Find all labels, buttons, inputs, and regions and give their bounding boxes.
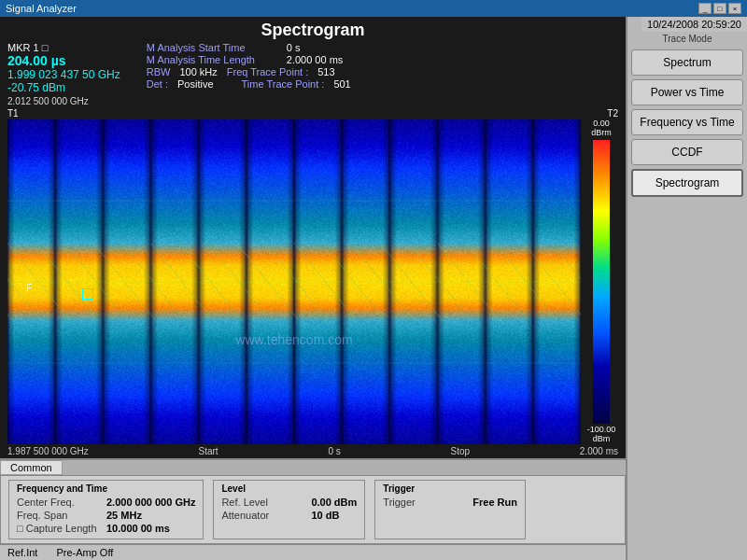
status-ref-int: Ref.Int: [7, 547, 37, 558]
start-time-value: 0 s: [287, 42, 301, 53]
marker-level: -20.75 dBm: [7, 81, 120, 94]
datetime: 10/24/2008 20:59:20: [641, 17, 747, 32]
window-controls[interactable]: _ □ ×: [698, 3, 741, 14]
center-freq-value: 2.000 000 000 GHz: [106, 497, 195, 508]
status-bar: Ref.Int Pre-Amp Off: [0, 544, 626, 560]
freq-time-title: Frequency and Time: [17, 483, 195, 494]
spectrogram-button[interactable]: Spectrogram: [631, 169, 743, 197]
freq-top-value: 2.012 500 000 GHz: [7, 96, 89, 106]
rbw-label: RBW: [147, 66, 171, 77]
trigger-group: Trigger Trigger Free Run: [374, 480, 526, 539]
spectrogram-row: www.tehencom.com F 0.00dBrm -100.00dBm: [7, 119, 618, 444]
level-title: Level: [221, 483, 357, 494]
colorbar-bottom-label: -100.00dBm: [587, 426, 616, 444]
f-marker: F: [26, 282, 33, 293]
colorbar-gradient: [593, 140, 610, 424]
axis-start-label: Start: [199, 446, 218, 456]
power-vs-time-button[interactable]: Power vs Time: [631, 79, 743, 105]
center-freq-label: Center Freq.: [17, 497, 101, 508]
attenuator-row: Attenuator 10 dB: [221, 510, 357, 521]
attenuator-value: 10 dB: [311, 510, 339, 521]
rbw-row: RBW 100 kHz Freq Trace Point : 513: [147, 66, 351, 77]
freq-span-value: 25 MHz: [106, 510, 142, 521]
freq-time-group: Frequency and Time Center Freq. 2.000 00…: [8, 480, 204, 539]
spectrogram-wrapper: T1 T2 www.tehencom.com F 0.00dBrm -100.0…: [0, 108, 626, 458]
freq-span-label: Freq. Span: [17, 510, 101, 521]
ref-level-label: Ref. Level: [221, 497, 305, 508]
common-tab-bar: Common: [0, 458, 626, 475]
common-panel: Frequency and Time Center Freq. 2.000 00…: [0, 475, 626, 544]
axis-stop-time: 2.000 ms: [580, 446, 618, 456]
freq-label-top: 2.012 500 000 GHz: [0, 94, 626, 108]
capture-length-label: □ Capture Length: [17, 523, 101, 534]
left-panel: Spectrogram MKR 1 □ 204.00 µs 1.999 023 …: [0, 17, 626, 560]
level-group: Level Ref. Level 0.00 dBm Attenuator 10 …: [213, 480, 365, 539]
colorbar-top-label: 0.00dBrm: [591, 119, 612, 138]
right-panel-subtitle: Trace Mode: [631, 34, 743, 44]
axis-stop-label: Stop: [451, 446, 471, 456]
marker-block: MKR 1 □ 204.00 µs 1.999 023 437 50 GHz -…: [7, 42, 120, 94]
colorbar: 0.00dBrm -100.00dBm: [581, 119, 618, 444]
analyzer-title: Spectrogram: [7, 21, 618, 40]
marker-label: MKR 1 □: [7, 42, 120, 53]
main-layout: Spectrogram MKR 1 □ 204.00 µs 1.999 023 …: [0, 17, 747, 560]
spectrum-button[interactable]: Spectrum: [631, 49, 743, 76]
marker-time: 204.00 µs: [7, 53, 120, 68]
marker-cross: [82, 288, 93, 300]
title-bar: Signal Analyzer _ □ ×: [0, 0, 747, 17]
capture-length-row: □ Capture Length 10.000 00 ms: [17, 523, 195, 534]
trigger-label: Trigger: [383, 497, 467, 508]
start-time-label: M Analysis Start Time: [147, 42, 277, 53]
time-length-label: M Analysis Time Length: [147, 54, 277, 65]
time-trace-label: Time Trace Point :: [242, 78, 325, 90]
freq-bottom-value: 1.987 500 000 GHz: [7, 446, 89, 456]
frequency-vs-time-button[interactable]: Frequency vs Time: [631, 109, 743, 135]
minimize-btn[interactable]: _: [698, 3, 712, 14]
t1-label: T1: [7, 108, 19, 119]
attenuator-label: Attenuator: [221, 510, 305, 521]
rbw-value: 100 kHz: [179, 66, 217, 77]
capture-length-value: 10.000 00 ms: [106, 523, 170, 534]
ref-level-value: 0.00 dBm: [311, 497, 357, 508]
trigger-title: Trigger: [383, 483, 517, 494]
analysis-time-length-row: M Analysis Time Length 2.000 00 ms: [147, 54, 351, 65]
common-tab[interactable]: Common: [0, 460, 63, 475]
det-row: Det : Positive Time Trace Point : 501: [147, 78, 351, 90]
spectrogram-canvas: [7, 119, 581, 444]
bottom-axis: 1.987 500 000 GHz Start 0 s Stop 2.000 m…: [7, 444, 618, 458]
marker-freq: 1.999 023 437 50 GHz: [7, 68, 120, 81]
analysis-start-time-row: M Analysis Start Time 0 s: [147, 42, 351, 53]
time-trace-value: 501: [333, 78, 350, 90]
status-preamp: Pre-Amp Off: [56, 547, 113, 558]
t-labels: T1 T2: [7, 108, 618, 119]
ref-level-row: Ref. Level 0.00 dBm: [221, 497, 357, 508]
app-title: Signal Analyzer: [6, 3, 77, 14]
axis-start-time: 0 s: [328, 446, 340, 456]
spectrogram-image: www.tehencom.com F: [7, 119, 581, 444]
freq-trace-value: 513: [317, 66, 334, 77]
t2-label: T2: [607, 108, 618, 119]
maximize-btn[interactable]: □: [713, 3, 726, 14]
right-panel: Signal Analyzer Trace Mode Spectrum Powe…: [626, 17, 747, 560]
center-freq-row: Center Freq. 2.000 000 000 GHz: [17, 497, 195, 508]
ccdf-button[interactable]: CCDF: [631, 139, 743, 165]
det-value: Positive: [177, 78, 214, 90]
det-label: Det :: [147, 78, 168, 90]
freq-trace-label: Freq Trace Point :: [227, 66, 308, 77]
close-btn[interactable]: ×: [728, 3, 741, 14]
analyzer-header: Spectrogram MKR 1 □ 204.00 µs 1.999 023 …: [0, 17, 626, 94]
trigger-value: Free Run: [472, 497, 517, 508]
freq-span-row: Freq. Span 25 MHz: [17, 510, 195, 521]
time-length-value: 2.000 00 ms: [287, 54, 344, 65]
analysis-block: M Analysis Start Time 0 s M Analysis Tim…: [147, 42, 351, 90]
trigger-row: Trigger Free Run: [383, 497, 517, 508]
